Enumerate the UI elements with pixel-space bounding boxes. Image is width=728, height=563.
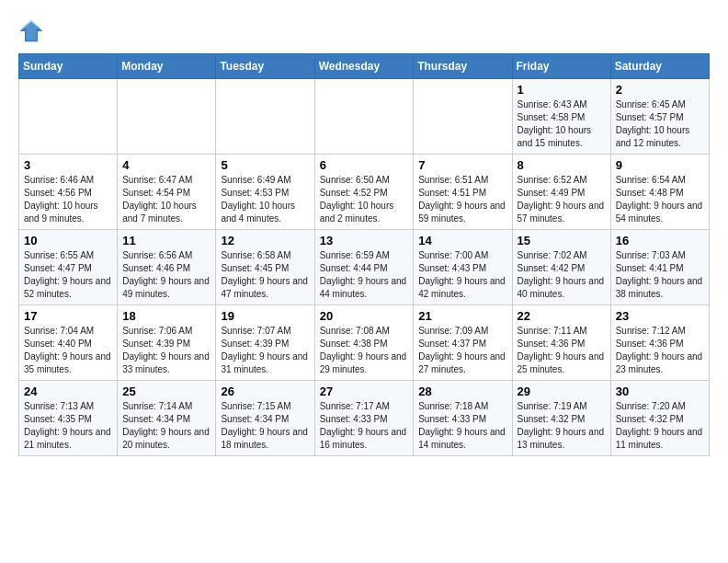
calendar-cell: 6Sunrise: 6:50 AM Sunset: 4:52 PM Daylig… xyxy=(314,155,414,230)
day-number: 23 xyxy=(616,309,704,323)
day-info: Sunrise: 7:00 AM Sunset: 4:43 PM Dayligh… xyxy=(418,249,506,301)
day-info: Sunrise: 7:13 AM Sunset: 4:35 PM Dayligh… xyxy=(24,400,112,452)
calendar-cell: 8Sunrise: 6:52 AM Sunset: 4:49 PM Daylig… xyxy=(512,155,610,230)
calendar-cell: 17Sunrise: 7:04 AM Sunset: 4:40 PM Dayli… xyxy=(19,305,118,381)
day-number: 20 xyxy=(320,309,409,323)
day-info: Sunrise: 7:17 AM Sunset: 4:33 PM Dayligh… xyxy=(320,400,409,452)
day-number: 29 xyxy=(518,385,606,398)
day-number: 24 xyxy=(24,385,112,398)
day-info: Sunrise: 6:56 AM Sunset: 4:46 PM Dayligh… xyxy=(122,249,210,301)
logo-icon xyxy=(18,18,44,44)
day-info: Sunrise: 7:06 AM Sunset: 4:39 PM Dayligh… xyxy=(122,325,210,376)
calendar-cell xyxy=(118,79,216,155)
calendar-week-2: 3Sunrise: 6:46 AM Sunset: 4:56 PM Daylig… xyxy=(19,155,710,230)
day-number: 17 xyxy=(24,309,112,323)
day-info: Sunrise: 7:08 AM Sunset: 4:38 PM Dayligh… xyxy=(320,325,409,376)
day-number: 26 xyxy=(221,385,309,398)
calendar-cell: 4Sunrise: 6:47 AM Sunset: 4:54 PM Daylig… xyxy=(118,155,216,230)
calendar-cell: 13Sunrise: 6:59 AM Sunset: 4:44 PM Dayli… xyxy=(314,230,414,305)
day-info: Sunrise: 6:46 AM Sunset: 4:56 PM Dayligh… xyxy=(24,174,112,225)
day-info: Sunrise: 7:07 AM Sunset: 4:39 PM Dayligh… xyxy=(221,325,309,376)
day-number: 15 xyxy=(518,234,606,247)
weekday-header-tuesday: Tuesday xyxy=(216,54,314,79)
calendar-cell: 26Sunrise: 7:15 AM Sunset: 4:34 PM Dayli… xyxy=(216,381,314,456)
weekday-header-sunday: Sunday xyxy=(19,54,118,79)
day-info: Sunrise: 7:14 AM Sunset: 4:34 PM Dayligh… xyxy=(122,400,210,452)
calendar-cell: 28Sunrise: 7:18 AM Sunset: 4:33 PM Dayli… xyxy=(414,381,512,456)
calendar-week-5: 24Sunrise: 7:13 AM Sunset: 4:35 PM Dayli… xyxy=(19,381,710,456)
day-number: 10 xyxy=(24,234,112,247)
weekday-header-wednesday: Wednesday xyxy=(314,54,414,79)
calendar-cell: 18Sunrise: 7:06 AM Sunset: 4:39 PM Dayli… xyxy=(118,305,216,381)
calendar-table: SundayMondayTuesdayWednesdayThursdayFrid… xyxy=(18,53,710,456)
calendar-week-4: 17Sunrise: 7:04 AM Sunset: 4:40 PM Dayli… xyxy=(19,305,710,381)
day-number: 28 xyxy=(418,385,506,398)
day-number: 8 xyxy=(518,158,606,172)
day-info: Sunrise: 7:15 AM Sunset: 4:34 PM Dayligh… xyxy=(221,400,309,452)
day-number: 13 xyxy=(320,234,409,247)
day-number: 11 xyxy=(122,234,210,247)
calendar-cell xyxy=(414,79,512,155)
calendar-cell: 11Sunrise: 6:56 AM Sunset: 4:46 PM Dayli… xyxy=(118,230,216,305)
day-info: Sunrise: 6:49 AM Sunset: 4:53 PM Dayligh… xyxy=(221,174,309,225)
day-info: Sunrise: 6:55 AM Sunset: 4:47 PM Dayligh… xyxy=(24,249,112,301)
calendar-cell: 9Sunrise: 6:54 AM Sunset: 4:48 PM Daylig… xyxy=(610,155,709,230)
calendar-cell: 7Sunrise: 6:51 AM Sunset: 4:51 PM Daylig… xyxy=(414,155,512,230)
calendar-header-row: SundayMondayTuesdayWednesdayThursdayFrid… xyxy=(19,54,710,79)
calendar-cell: 23Sunrise: 7:12 AM Sunset: 4:36 PM Dayli… xyxy=(610,305,709,381)
calendar-cell: 15Sunrise: 7:02 AM Sunset: 4:42 PM Dayli… xyxy=(512,230,610,305)
day-number: 30 xyxy=(616,385,704,398)
weekday-header-monday: Monday xyxy=(118,54,216,79)
day-info: Sunrise: 7:03 AM Sunset: 4:41 PM Dayligh… xyxy=(616,249,704,301)
calendar-week-1: 1Sunrise: 6:43 AM Sunset: 4:58 PM Daylig… xyxy=(19,79,710,155)
calendar-cell xyxy=(314,79,414,155)
day-number: 2 xyxy=(616,83,704,97)
calendar-cell: 29Sunrise: 7:19 AM Sunset: 4:32 PM Dayli… xyxy=(512,381,610,456)
day-info: Sunrise: 7:04 AM Sunset: 4:40 PM Dayligh… xyxy=(24,325,112,376)
calendar-cell: 30Sunrise: 7:20 AM Sunset: 4:32 PM Dayli… xyxy=(610,381,709,456)
day-info: Sunrise: 7:09 AM Sunset: 4:37 PM Dayligh… xyxy=(418,325,506,376)
day-info: Sunrise: 6:58 AM Sunset: 4:45 PM Dayligh… xyxy=(221,249,309,301)
day-info: Sunrise: 6:43 AM Sunset: 4:58 PM Dayligh… xyxy=(518,98,606,150)
calendar-cell: 12Sunrise: 6:58 AM Sunset: 4:45 PM Dayli… xyxy=(216,230,314,305)
day-number: 21 xyxy=(418,309,506,323)
day-info: Sunrise: 6:52 AM Sunset: 4:49 PM Dayligh… xyxy=(518,174,606,225)
day-number: 12 xyxy=(221,234,309,247)
day-number: 7 xyxy=(418,158,506,172)
calendar-week-3: 10Sunrise: 6:55 AM Sunset: 4:47 PM Dayli… xyxy=(19,230,710,305)
logo xyxy=(18,18,48,44)
day-info: Sunrise: 6:59 AM Sunset: 4:44 PM Dayligh… xyxy=(320,249,409,301)
day-info: Sunrise: 7:02 AM Sunset: 4:42 PM Dayligh… xyxy=(518,249,606,301)
day-number: 6 xyxy=(320,158,409,172)
calendar-cell: 19Sunrise: 7:07 AM Sunset: 4:39 PM Dayli… xyxy=(216,305,314,381)
weekday-header-friday: Friday xyxy=(512,54,610,79)
calendar-cell: 14Sunrise: 7:00 AM Sunset: 4:43 PM Dayli… xyxy=(414,230,512,305)
calendar-cell xyxy=(19,79,118,155)
day-number: 9 xyxy=(616,158,704,172)
day-info: Sunrise: 7:19 AM Sunset: 4:32 PM Dayligh… xyxy=(518,400,606,452)
day-info: Sunrise: 7:11 AM Sunset: 4:36 PM Dayligh… xyxy=(518,325,606,376)
day-info: Sunrise: 6:51 AM Sunset: 4:51 PM Dayligh… xyxy=(418,174,506,225)
calendar-cell: 16Sunrise: 7:03 AM Sunset: 4:41 PM Dayli… xyxy=(610,230,709,305)
calendar-cell: 27Sunrise: 7:17 AM Sunset: 4:33 PM Dayli… xyxy=(314,381,414,456)
page-header xyxy=(18,18,710,44)
day-number: 22 xyxy=(518,309,606,323)
day-number: 16 xyxy=(616,234,704,247)
day-number: 14 xyxy=(418,234,506,247)
calendar-cell: 5Sunrise: 6:49 AM Sunset: 4:53 PM Daylig… xyxy=(216,155,314,230)
calendar-cell: 10Sunrise: 6:55 AM Sunset: 4:47 PM Dayli… xyxy=(19,230,118,305)
day-info: Sunrise: 7:12 AM Sunset: 4:36 PM Dayligh… xyxy=(616,325,704,376)
day-number: 18 xyxy=(122,309,210,323)
calendar-cell: 25Sunrise: 7:14 AM Sunset: 4:34 PM Dayli… xyxy=(118,381,216,456)
day-number: 19 xyxy=(221,309,309,323)
calendar-cell: 20Sunrise: 7:08 AM Sunset: 4:38 PM Dayli… xyxy=(314,305,414,381)
day-number: 5 xyxy=(221,158,309,172)
day-number: 4 xyxy=(122,158,210,172)
day-info: Sunrise: 6:50 AM Sunset: 4:52 PM Dayligh… xyxy=(320,174,409,225)
weekday-header-thursday: Thursday xyxy=(414,54,512,79)
weekday-header-saturday: Saturday xyxy=(610,54,709,79)
calendar-cell: 21Sunrise: 7:09 AM Sunset: 4:37 PM Dayli… xyxy=(414,305,512,381)
calendar-cell: 1Sunrise: 6:43 AM Sunset: 4:58 PM Daylig… xyxy=(512,79,610,155)
day-number: 1 xyxy=(518,83,606,97)
calendar-cell xyxy=(216,79,314,155)
